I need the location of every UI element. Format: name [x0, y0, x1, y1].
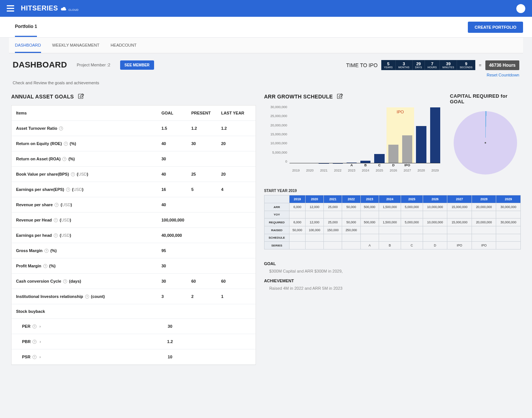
goal-heading: GOAL [264, 261, 521, 266]
help-icon[interactable]: ? [44, 249, 48, 253]
arr-data-table: 2019202020212022202320242025202620272028… [264, 195, 521, 249]
bar [402, 135, 412, 163]
goal-text: $300M Capital and ARR $300M in 2029, [264, 269, 521, 273]
ipo-highlight-label: IPO [397, 110, 404, 114]
bar [388, 145, 398, 163]
arr-title: ARR GROWTH SCHEDULE [264, 94, 333, 100]
help-icon[interactable]: ? [59, 126, 63, 131]
table-row: Institutional Investors relationship ? (… [12, 289, 256, 304]
goals-table: Items GOAL PRESENT LAST YEAR Asset Turno… [11, 105, 256, 365]
reset-countdown-link[interactable]: Reset Countdown [487, 73, 519, 77]
bar [374, 154, 384, 163]
table-row: Revenue per share ? (USD)40 [12, 197, 256, 213]
help-icon[interactable]: ? [66, 188, 70, 192]
table-row: Return on Equity (ROE) ? (%)403020 [12, 136, 256, 151]
achievement-heading: ACHIEVEMENT [264, 279, 521, 283]
help-icon[interactable]: ? [62, 157, 66, 161]
equals-sign: = [479, 63, 482, 68]
capital-title: CAPITAL REQUIRED for GOAL [450, 93, 521, 104]
tab-dashboard[interactable]: DASHBOARD [15, 43, 41, 53]
time-to-ipo-label: TIME TO IPO [346, 62, 378, 68]
help-icon[interactable]: ? [43, 264, 47, 268]
help-icon[interactable]: ? [54, 203, 59, 207]
portfolio-tab[interactable]: Portfolio 1 [15, 17, 37, 37]
annual-goals-title: ANNUAL ASSET GOALS [11, 94, 74, 100]
col-items: Items [16, 111, 162, 115]
sub-tabs: DASHBOARD WEEKLY MANAGEMENT HEADCOUNT [9, 38, 523, 53]
create-portfolio-button[interactable]: CREATE PORTFOLIO [468, 22, 523, 33]
help-icon[interactable]: ? [71, 172, 75, 176]
help-icon[interactable]: ? [32, 355, 37, 359]
total-hours: 46736 Hours [485, 60, 519, 70]
capital-pie-chart [454, 111, 517, 175]
chevron-right-icon[interactable]: › [40, 340, 41, 344]
help-icon[interactable]: ? [64, 142, 68, 146]
table-row: Earnings per head ? (USD)40,000,000 [12, 228, 256, 243]
achievement-text: Raised 4M in 2022 and ARR 5M in 2023 [264, 286, 521, 290]
col-present: PRESENT [191, 111, 221, 115]
logo-sub: CLOUD [69, 9, 79, 11]
avatar[interactable] [516, 4, 525, 13]
page-subtitle: Check and Review the goals and achieveme… [9, 78, 523, 85]
table-row: Earnings per share(EPS) ? (USD)1654 [12, 182, 256, 197]
help-icon[interactable]: ? [85, 295, 89, 299]
table-row: PSR ? ›10 [12, 349, 256, 365]
help-icon[interactable]: ? [32, 324, 37, 329]
logo: HITSERIES CLOUD [21, 4, 79, 12]
table-row: Asset Turnover Ratio ?1.51.21.2 [12, 121, 256, 136]
cloud-icon [60, 6, 67, 12]
edit-icon[interactable] [78, 93, 84, 100]
help-icon[interactable]: ? [32, 340, 37, 344]
chevron-right-icon[interactable]: › [40, 324, 41, 329]
logo-text: HITSERIES [21, 4, 58, 12]
arr-bar-chart: 30,000,00025,000,00020,000,00015,000,000… [264, 105, 442, 180]
menu-icon[interactable] [7, 5, 14, 12]
table-row: Revenue per Head ? (USD)100,000,000 [12, 213, 256, 228]
col-last-year: LAST YEAR [221, 111, 251, 115]
project-member-count: Project Member :2 [77, 63, 110, 67]
bar [430, 107, 440, 163]
help-icon[interactable]: ? [54, 218, 58, 222]
tab-headcount[interactable]: HEADCOUNT [110, 43, 137, 53]
table-row: PER ? ›30 [12, 319, 256, 334]
top-bar: HITSERIES CLOUD [0, 0, 532, 17]
start-year-label: START YEAR 2019 [264, 189, 521, 193]
col-goal: GOAL [162, 111, 191, 115]
table-row: Gross Margin ? (%)95 [12, 243, 256, 258]
stock-buyback-header: Stock buyback [12, 304, 256, 319]
see-member-button[interactable]: SEE MEMBER [120, 60, 154, 70]
edit-icon[interactable] [337, 93, 343, 100]
table-row: Return on Asset (ROA) ? (%)30 [12, 151, 256, 167]
portfolio-bar: Portfolio 1 CREATE PORTFOLIO [0, 17, 532, 38]
help-icon[interactable]: ? [63, 279, 67, 283]
tab-weekly[interactable]: WEEKLY MANAGEMENT [52, 43, 100, 53]
bar [416, 126, 426, 163]
countdown: 5YEARS3MONTHS29DAYS7HOURS39MINUTES9SECON… [381, 60, 475, 70]
table-row: Book Value per share(BPS) ? (USD)402520 [12, 167, 256, 182]
help-icon[interactable]: ? [54, 233, 58, 238]
table-row: PBR ? ›1.2 [12, 334, 256, 349]
page-title: DASHBOARD [13, 60, 67, 70]
table-row: Profit Margin ? (%)30 [12, 258, 256, 274]
chevron-right-icon[interactable]: › [40, 355, 41, 359]
table-row: Cash conversion Cycle ? (days)306060 [12, 274, 256, 289]
